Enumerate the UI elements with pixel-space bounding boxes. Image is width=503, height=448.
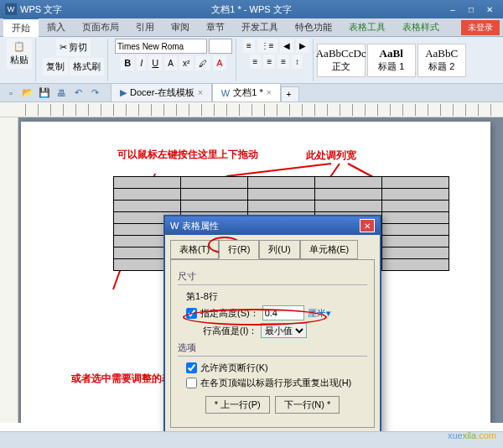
tab-insert[interactable]: 插入 <box>39 18 74 36</box>
repeat-header-label: 在各页顶端以标题行形式重复出现(H) <box>200 377 351 389</box>
dialog-body: 尺寸 第1-8行 指定高度(S)： 厘米▾ 行高值是(I)： 最小值 选项 允许… <box>170 259 375 428</box>
open-button[interactable]: 📂 <box>20 86 35 101</box>
dlgtab-row[interactable]: 行(R) <box>219 240 259 259</box>
doc-icon: W <box>221 88 230 98</box>
dialog-icon: W <box>170 221 179 231</box>
paste-icon: 📋 <box>13 41 25 52</box>
repeat-row: 在各页顶端以标题行形式重复出现(H) <box>186 377 367 389</box>
break-row: 允许跨页断行(K) <box>186 362 367 374</box>
close-button[interactable]: ✕ <box>481 3 498 15</box>
new-tab-button[interactable]: + <box>281 86 299 102</box>
save-button[interactable]: 💾 <box>37 86 52 101</box>
close-icon[interactable]: × <box>267 88 272 97</box>
redo-button[interactable]: ↷ <box>87 86 102 101</box>
dlgtab-table[interactable]: 表格(T) <box>170 240 219 259</box>
strike-button[interactable]: A <box>164 56 177 70</box>
heightis-row: 行高值是(I)： 最小值 <box>203 323 367 338</box>
style-h2[interactable]: AaBbC标题 2 <box>417 44 466 77</box>
tab-section[interactable]: 章节 <box>198 18 233 36</box>
tab-table-style[interactable]: 表格样式 <box>394 18 448 36</box>
height-row: 指定高度(S)： 厘米▾ <box>186 305 367 320</box>
style-normal[interactable]: AaBbCcDc正文 <box>317 44 366 77</box>
align-right-button[interactable]: ≡ <box>277 55 289 69</box>
tab-layout[interactable]: 页面布局 <box>74 18 127 36</box>
dlgtab-cell[interactable]: 单元格(E) <box>300 240 359 259</box>
titlebar: W WPS 文字 文档1 * - WPS 文字 – □ ✕ <box>0 0 503 18</box>
para-group: ≡ ⋮≡ ◀ ▶ ≡ ≡ ≡ ↕ <box>240 39 314 81</box>
undo-button[interactable]: ↶ <box>70 86 86 101</box>
font-color-button[interactable]: A <box>213 55 226 70</box>
tab-home[interactable]: 开始 <box>3 18 39 37</box>
tab-ref[interactable]: 引用 <box>127 18 163 36</box>
ribbon-tabs: 开始 插入 页面布局 引用 审阅 章节 开发工具 特色功能 表格工具 表格样式 … <box>0 18 503 37</box>
statusbar <box>0 431 503 448</box>
format-painter-button[interactable]: 格式刷 <box>70 58 104 76</box>
ribbon: 📋粘贴 ✂剪切 复制 格式刷 B I U A x² 🖊 A ≡ ⋮≡ ◀ ▶ <box>0 37 503 84</box>
docer-icon: ▶ <box>120 87 127 98</box>
bold-button[interactable]: B <box>121 55 134 70</box>
tab-review[interactable]: 审阅 <box>163 18 198 36</box>
doctab-docer[interactable]: ▶Docer-在线模板× <box>111 83 212 102</box>
watermark: xuexila.com <box>448 425 496 443</box>
unit-link[interactable]: 厘米▾ <box>308 307 331 320</box>
scissors-icon: ✂ <box>60 42 67 53</box>
tab-special[interactable]: 特色功能 <box>287 18 340 36</box>
cut-button[interactable]: ✂剪切 <box>56 39 91 56</box>
next-row-button[interactable]: 下一行(N) * <box>275 396 340 414</box>
indent-dec-button[interactable]: ◀ <box>280 39 293 53</box>
close-icon[interactable]: × <box>198 88 203 97</box>
dialog-title: 表格属性 <box>182 220 219 232</box>
height-mode-select[interactable]: 最小值 <box>261 323 307 338</box>
bullets-button[interactable]: ≡ <box>243 39 255 53</box>
dialog-titlebar[interactable]: W 表格属性 ✕ <box>165 216 380 235</box>
font-group: B I U A x² 🖊 A <box>111 39 236 81</box>
style-h1[interactable]: AaBl标题 1 <box>367 44 416 77</box>
tab-dev[interactable]: 开发工具 <box>233 18 287 36</box>
new-button[interactable]: ▫ <box>3 86 18 101</box>
allow-break-label: 允许跨页断行(K) <box>200 362 268 374</box>
window-controls: – □ ✕ <box>444 3 498 15</box>
svg-line-3 <box>348 164 373 177</box>
v-ruler[interactable] <box>0 117 18 423</box>
line-spacing-button[interactable]: ↕ <box>292 55 303 69</box>
svg-line-1 <box>226 164 331 176</box>
section-options: 选项 <box>178 341 367 354</box>
italic-button[interactable]: I <box>137 55 146 70</box>
specify-height-checkbox[interactable] <box>186 308 197 319</box>
prev-row-button[interactable]: * 上一行(P) <box>205 396 270 414</box>
numbering-button[interactable]: ⋮≡ <box>257 39 277 53</box>
font-select[interactable] <box>115 39 207 54</box>
indent-inc-button[interactable]: ▶ <box>296 39 309 53</box>
dialog-close-button[interactable]: ✕ <box>360 219 375 232</box>
minimize-button[interactable]: – <box>444 3 461 15</box>
align-center-button[interactable]: ≡ <box>263 55 275 69</box>
quick-access: ▫ 📂 💾 🖶 ↶ ↷ ▶Docer-在线模板× W文档1 *× + <box>0 84 503 102</box>
nav-buttons: * 上一行(P) 下一行(N) * <box>178 396 367 414</box>
login-button[interactable]: 未登录 <box>461 20 500 35</box>
row-range-label: 第1-8行 <box>186 290 367 303</box>
table-properties-dialog: W 表格属性 ✕ 表格(T) 行(R) 列(U) 单元格(E) 尺寸 第1-8行… <box>163 215 381 448</box>
repeat-header-checkbox[interactable] <box>186 378 197 388</box>
annotation-drag: 可以鼠标左键按住这里上下拖动 <box>117 148 258 160</box>
height-input[interactable] <box>262 305 304 320</box>
paste-button[interactable]: 📋粘贴 <box>7 39 32 69</box>
tab-table-tools[interactable]: 表格工具 <box>340 18 394 36</box>
specify-height-label: 指定高度(S)： <box>200 307 259 320</box>
section-size: 尺寸 <box>178 270 367 283</box>
annotation-colwidth: 此处调列宽 <box>306 148 356 163</box>
doctab-doc1[interactable]: W文档1 *× <box>212 83 281 102</box>
dlgtab-col[interactable]: 列(U) <box>259 240 299 259</box>
window-title: 文档1 * - WPS 文字 <box>211 3 291 16</box>
app-logo-icon: W <box>5 3 17 15</box>
underline-button[interactable]: U <box>148 55 162 70</box>
print-button[interactable]: 🖶 <box>54 86 69 101</box>
styles-gallery: AaBbCcDc正文 AaBl标题 1 AaBbC标题 2 <box>317 44 466 77</box>
size-select[interactable] <box>209 39 232 54</box>
copy-button[interactable]: 复制 <box>43 58 68 76</box>
align-left-button[interactable]: ≡ <box>250 55 262 69</box>
super-button[interactable]: x² <box>179 56 193 70</box>
allow-break-checkbox[interactable] <box>186 362 197 373</box>
highlight-button[interactable]: 🖊 <box>195 56 210 70</box>
maximize-button[interactable]: □ <box>463 3 480 15</box>
h-ruler[interactable] <box>0 102 503 117</box>
